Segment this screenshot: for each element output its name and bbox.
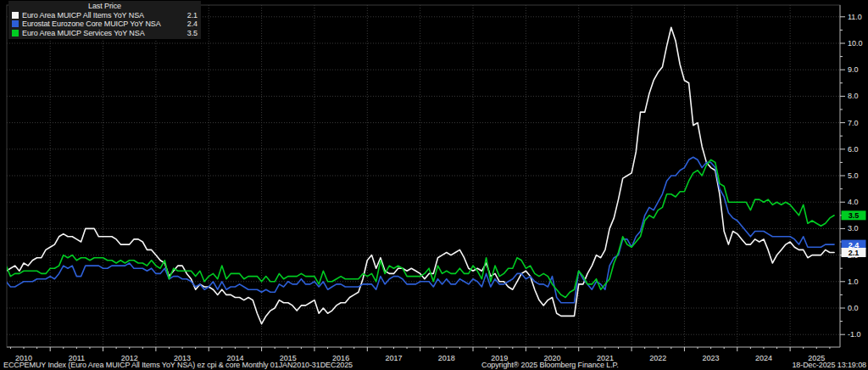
legend-row-2[interactable]: Eurostat Eurozone Core MUICP YoY NSA2.4 [12,20,198,29]
timestamp: 18-Dec-2025 13:19:08 [792,361,866,369]
chart-canvas[interactable]: -1.00.01.02.03.04.05.06.07.08.09.010.011… [0,0,868,370]
last-price-badge: 2.4 [842,240,866,249]
legend-row-1[interactable]: Euro Area MUICP All Items YoY NSA2.1 [12,11,198,20]
legend-series-value: 3.5 [181,29,198,38]
svg-text:6.0: 6.0 [848,145,859,154]
svg-text:9.0: 9.0 [848,65,859,74]
svg-text:2.1: 2.1 [849,249,860,257]
last-price-badge: 3.5 [842,210,866,220]
svg-text:8.0: 8.0 [848,92,859,100]
svg-text:1.0: 1.0 [848,278,859,286]
legend-series-value: 2.4 [181,20,198,29]
svg-text:3.5: 3.5 [849,211,860,220]
legend-rows: Euro Area MUICP All Items YoY NSA2.1Euro… [12,11,198,38]
series-swatch-icon [12,12,19,19]
svg-text:10.0: 10.0 [848,39,863,48]
svg-text:11.0: 11.0 [848,13,862,21]
svg-text:7.0: 7.0 [848,119,859,127]
svg-text:5.0: 5.0 [848,171,859,180]
legend-last-price: Last Price Euro Area MUICP All Items YoY… [8,1,201,39]
copyright-notice: Copyright® 2025 Bloomberg Finance L.P. [481,361,619,369]
legend-series-label: Euro Area MUICP All Items YoY NSA [22,11,177,20]
svg-text:4.0: 4.0 [848,198,859,206]
legend-title: Last Price [12,2,198,11]
svg-text:0.0: 0.0 [848,304,859,312]
svg-text:-1.0: -1.0 [848,330,861,339]
y-axis: -1.00.01.02.03.04.05.06.07.08.09.010.011… [840,13,863,339]
series-swatch-icon [12,20,19,27]
series-line-2[interactable] [0,157,834,303]
legend-row-3[interactable]: Euro Area MUICP Services YoY NSA3.5 [12,29,198,38]
grid-lines [7,5,840,347]
bloomberg-chart-window: -1.00.01.02.03.04.05.06.07.08.09.010.011… [0,0,868,370]
legend-series-label: Euro Area MUICP Services YoY NSA [22,29,177,38]
legend-series-label: Eurostat Eurozone Core MUICP YoY NSA [22,20,177,29]
svg-text:3.0: 3.0 [848,224,859,233]
security-description: ECCPEMUY Index (Euro Area MUICP All Item… [3,361,353,369]
series-swatch-icon [12,30,19,36]
last-price-badge: 2.1 [842,248,866,257]
footer-bar: ECCPEMUY Index (Euro Area MUICP All Item… [0,361,868,370]
legend-series-value: 2.1 [181,11,198,20]
